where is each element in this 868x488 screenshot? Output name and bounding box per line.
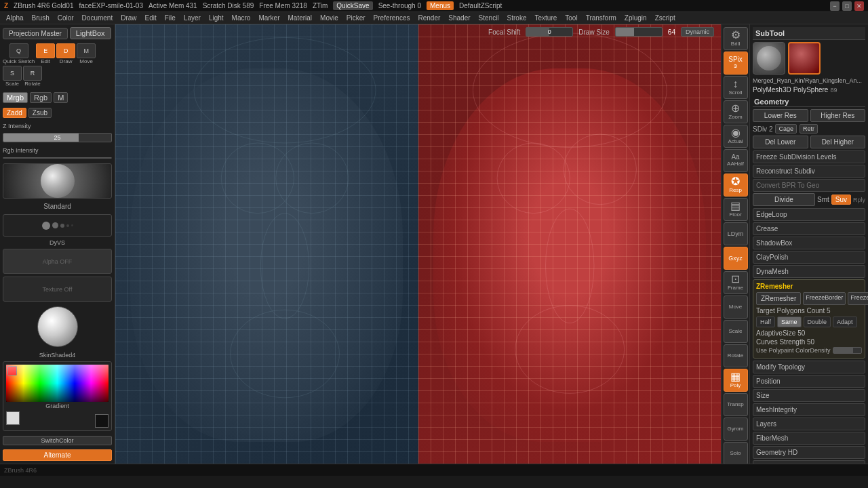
dot-brush-preview[interactable] <box>3 214 112 237</box>
polypaint-slider[interactable] <box>833 347 862 354</box>
crease-btn[interactable]: Crease <box>753 222 865 235</box>
menu-draw[interactable]: Draw <box>117 14 140 22</box>
alternate-btn[interactable]: Alternate <box>3 449 112 461</box>
close-btn[interactable]: ✕ <box>854 1 864 11</box>
menu-macro[interactable]: Macro <box>229 14 254 22</box>
double-btn[interactable]: Double <box>804 317 831 327</box>
transp-btn[interactable]: Transp <box>724 393 748 416</box>
switch-color-btn[interactable]: SwitchColor <box>3 436 112 445</box>
menu-material[interactable]: Material <box>285 14 316 22</box>
move-mode-btn[interactable]: M Move <box>77 43 96 64</box>
aahalf-btn[interactable]: Aa AAHalf <box>724 149 748 172</box>
divide-btn[interactable]: Divide <box>753 193 815 206</box>
quick-save-btn[interactable]: QuickSave <box>333 1 372 10</box>
viewport[interactable] <box>115 24 721 464</box>
menu-zplugin[interactable]: Zplugin <box>621 14 650 22</box>
rotate-btn[interactable]: Rotate <box>724 344 748 367</box>
mesh-integrity-btn[interactable]: MeshIntegrity <box>753 403 865 416</box>
freeze-border-btn[interactable]: FreezeBorder <box>803 292 846 305</box>
modify-topology-btn[interactable]: Modify Topology <box>753 361 865 373</box>
menu-render[interactable]: Render <box>415 14 444 22</box>
background-color[interactable] <box>95 414 108 428</box>
frame-btn[interactable]: ⊡ Frame <box>724 271 748 294</box>
menu-brush[interactable]: Brush <box>28 14 53 22</box>
freeze-subdiv-btn[interactable]: Freeze SubDivision Levels <box>753 150 865 163</box>
brush-preview[interactable] <box>3 163 112 199</box>
del-higher-btn[interactable]: Del Higher <box>810 136 866 148</box>
scale-mode-btn[interactable]: S Scale <box>3 66 22 87</box>
color-swatch[interactable] <box>7 366 17 375</box>
menu-shader[interactable]: Shader <box>445 14 473 22</box>
adapt-btn[interactable]: Adapt <box>833 317 857 327</box>
menu-marker[interactable]: Marker <box>255 14 283 22</box>
dynamic-btn[interactable]: Dynamic <box>681 27 714 37</box>
del-lower-btn[interactable]: Del Lower <box>753 136 808 148</box>
zoom-btn[interactable]: ⊕ Zoom <box>724 100 748 123</box>
foreground-color[interactable] <box>6 411 20 425</box>
gxyz-btn[interactable]: Gxyz <box>724 247 748 270</box>
freeze-groups-btn[interactable]: FreezeGroups <box>848 292 868 305</box>
size-btn[interactable]: Size <box>753 389 865 402</box>
canvas-area[interactable]: Focal Shift 0 Draw Size 64 Dynamic <box>115 24 721 464</box>
zadd-btn[interactable]: Zadd <box>3 108 26 118</box>
claypolish-btn[interactable]: ClayPolish <box>753 251 865 264</box>
position-btn[interactable]: Position <box>753 375 865 388</box>
cage-btn[interactable]: Cage <box>775 124 797 134</box>
ldym-btn[interactable]: LDym <box>724 222 748 245</box>
reconstruct-subdiv-btn[interactable]: Reconstruct Subdiv <box>753 165 865 178</box>
menu-edit[interactable]: Edit <box>142 14 160 22</box>
minimize-btn[interactable]: − <box>830 1 840 11</box>
scale-rt-btn[interactable]: Scale <box>724 320 748 343</box>
menu-preferences[interactable]: Preferences <box>370 14 414 22</box>
zremesher-btn[interactable]: ZRemesher <box>756 292 801 305</box>
m-btn[interactable]: M <box>54 92 68 103</box>
z-intensity-slider[interactable]: 25 <box>3 133 112 142</box>
rgb-btn[interactable]: Rgb <box>30 92 52 103</box>
draw-mode-btn[interactable]: D Draw <box>56 43 75 64</box>
maximize-btn[interactable]: □ <box>842 1 852 11</box>
subtool-thumb-2[interactable] <box>788 42 821 75</box>
menu-tool[interactable]: Tool <box>561 14 580 22</box>
menu-color[interactable]: Color <box>54 14 77 22</box>
scroll-btn[interactable]: ↕ Scroll <box>724 76 748 99</box>
projection-master-btn[interactable]: Projection Master <box>3 28 68 39</box>
color-gradient[interactable] <box>6 365 108 402</box>
actual-btn[interactable]: ◉ Actual <box>724 125 748 148</box>
menu-layer[interactable]: Layer <box>180 14 204 22</box>
menu-texture[interactable]: Texture <box>531 14 560 22</box>
face-right[interactable] <box>418 24 722 464</box>
lower-res-btn[interactable]: Lower Res <box>753 109 808 122</box>
mrgb-btn[interactable]: Mrgb <box>3 92 28 103</box>
menu-document[interactable]: Document <box>79 14 117 22</box>
retr-btn[interactable]: Retr <box>800 124 818 134</box>
shadowbox-btn[interactable]: ShadowBox <box>753 237 865 249</box>
menu-stencil[interactable]: Stencil <box>475 14 502 22</box>
texture-preview[interactable]: Texture Off <box>3 277 112 302</box>
material-sphere[interactable] <box>37 306 78 347</box>
focal-shift-slider[interactable]: 0 <box>526 27 573 37</box>
preview-btn[interactable]: Preview <box>753 460 865 464</box>
subtool-thumb-1[interactable] <box>753 42 785 75</box>
menu-alpha[interactable]: Alpha <box>3 14 27 22</box>
same-btn[interactable]: Same <box>777 317 802 327</box>
edgeloop-btn[interactable]: EdgeLoop <box>753 208 865 221</box>
quick-sketch-mode[interactable]: Q Quick Sketch <box>3 43 35 64</box>
menus-btn[interactable]: Menus <box>427 1 454 10</box>
rgb-intensity-slider[interactable] <box>3 157 112 159</box>
suv-btn[interactable]: Suv <box>831 195 851 205</box>
layers-btn[interactable]: Layers <box>753 418 865 430</box>
menu-light[interactable]: Light <box>205 14 227 22</box>
convert-btn[interactable]: Convert BPR To Geo <box>753 179 865 192</box>
floor-btn[interactable]: ▤ Floor <box>724 198 748 221</box>
face-left[interactable] <box>115 24 418 464</box>
move-btn[interactable]: Move <box>724 296 748 319</box>
menu-zscript[interactable]: Zscript <box>652 14 679 22</box>
gyrom-btn[interactable]: Gyrom <box>724 418 748 441</box>
color-picker[interactable]: Gradient <box>3 361 112 431</box>
edit-mode-btn[interactable]: E Edit <box>36 43 55 64</box>
brill-btn[interactable]: ⚙ Brill <box>724 27 748 50</box>
dynamesh-btn[interactable]: DynaMesh <box>753 265 865 278</box>
fibermesh-btn[interactable]: FiberMesh <box>753 432 865 445</box>
draw-size-slider[interactable] <box>615 27 663 37</box>
resp-btn[interactable]: ✪ Resp <box>724 174 748 197</box>
